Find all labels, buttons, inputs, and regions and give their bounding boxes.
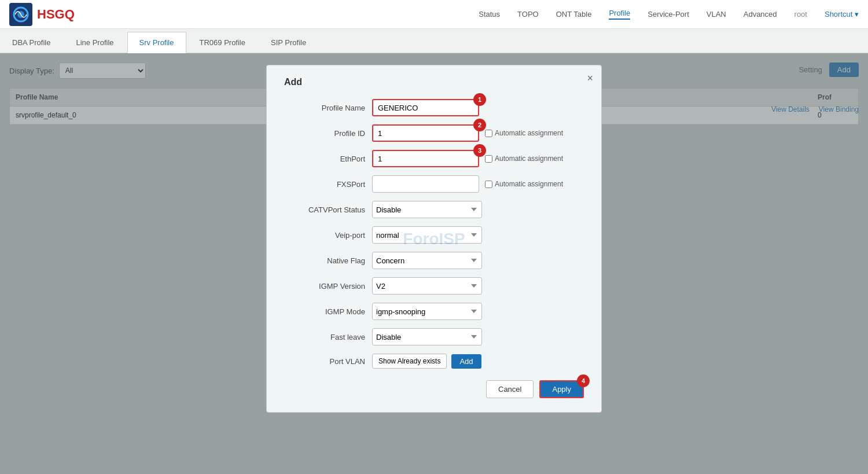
nav-root[interactable]: root — [795, 10, 807, 19]
ethport-checkbox[interactable] — [485, 155, 492, 163]
port-vlan-controls: Show Already exists Add — [372, 354, 481, 369]
fast-leave-select[interactable]: Disable Enable — [372, 328, 482, 346]
add-vlan-button[interactable]: Add — [451, 354, 481, 369]
veip-port-label: Veip-port — [284, 231, 365, 240]
step-badge-1: 1 — [473, 93, 486, 106]
ethport-row: EthPort 3 Automatic assignment — [284, 150, 584, 167]
ethport-input[interactable] — [372, 150, 479, 167]
fast-leave-row: Fast leave Disable Enable — [284, 328, 584, 346]
igmp-mode-select[interactable]: igmp-snooping igmp-proxy — [372, 303, 482, 320]
modal-actions: Cancel 4 Apply — [284, 380, 584, 398]
profile-id-label: Profile ID — [284, 129, 365, 138]
nav-topo[interactable]: TOPO — [517, 10, 539, 19]
profile-id-row: Profile ID 2 Automatic assignment — [284, 124, 584, 142]
tab-dba[interactable]: DBA Profile — [0, 32, 62, 53]
catvport-select[interactable]: Disable Enable — [372, 201, 482, 218]
cancel-button[interactable]: Cancel — [486, 380, 534, 398]
fxsport-row: FXSPort Automatic assignment — [284, 175, 584, 193]
nav-ont-table[interactable]: ONT Table — [556, 10, 592, 19]
igmp-version-select[interactable]: V2 V3 — [372, 277, 482, 295]
add-modal: Add × ForoISP Profile Name 1 Profile ID … — [266, 65, 602, 413]
tab-tr069[interactable]: TR069 Profile — [187, 32, 258, 53]
tab-srv[interactable]: Srv Profile — [127, 32, 186, 53]
port-vlan-label: Port VLAN — [284, 357, 365, 366]
profile-id-checkbox[interactable] — [485, 130, 492, 137]
profile-name-row: Profile Name 1 — [284, 99, 584, 116]
profile-id-auto-assign: Automatic assignment — [485, 129, 563, 137]
modal-close-button[interactable]: × — [587, 72, 593, 84]
fxsport-auto-assign: Automatic assignment — [485, 180, 563, 188]
native-flag-row: Native Flag Concern Other — [284, 252, 584, 269]
modal-overlay: Add × ForoISP Profile Name 1 Profile ID … — [0, 53, 868, 474]
veip-port-row: Veip-port normal other — [284, 226, 584, 244]
fxsport-label: FXSPort — [284, 180, 365, 189]
nav-status[interactable]: Status — [479, 10, 500, 19]
nav-links: Status TOPO ONT Table Profile Service-Po… — [98, 9, 859, 20]
logo-text: HSGQ — [37, 7, 75, 22]
fxsport-auto-label: Automatic assignment — [495, 180, 563, 188]
nav-vlan[interactable]: VLAN — [707, 10, 726, 19]
nav-service-port[interactable]: Service-Port — [648, 10, 689, 19]
igmp-mode-label: IGMP Mode — [284, 307, 365, 316]
tab-line[interactable]: Line Profile — [64, 32, 126, 53]
ethport-auto-assign: Automatic assignment — [485, 155, 563, 163]
native-flag-select[interactable]: Concern Other — [372, 252, 482, 269]
catvport-label: CATVPort Status — [284, 205, 365, 214]
step-badge-4: 4 — [577, 374, 590, 387]
profile-name-input[interactable] — [372, 99, 479, 116]
profile-id-auto-label: Automatic assignment — [495, 129, 563, 137]
igmp-mode-row: IGMP Mode igmp-snooping igmp-proxy — [284, 303, 584, 320]
veip-port-select[interactable]: normal other — [372, 226, 482, 244]
fxsport-checkbox[interactable] — [485, 181, 492, 188]
logo-icon — [9, 3, 32, 26]
catvport-row: CATVPort Status Disable Enable — [284, 201, 584, 218]
fxsport-input[interactable] — [372, 175, 479, 193]
show-already-button[interactable]: Show Already exists — [372, 354, 447, 369]
port-vlan-row: Port VLAN Show Already exists Add — [284, 354, 584, 369]
profile-id-input[interactable] — [372, 124, 479, 142]
ethport-auto-label: Automatic assignment — [495, 155, 563, 163]
igmp-version-row: IGMP Version V2 V3 — [284, 277, 584, 295]
tab-bar: DBA Profile Line Profile Srv Profile TR0… — [0, 29, 868, 53]
nav-shortcut[interactable]: Shortcut ▾ — [825, 10, 859, 19]
modal-title: Add — [284, 77, 584, 87]
main-content: Display Type: All Profile Name Prof srvp… — [0, 53, 868, 474]
igmp-version-label: IGMP Version — [284, 282, 365, 291]
step-badge-2: 2 — [473, 119, 486, 131]
logo: HSGQ — [9, 3, 75, 26]
profile-name-label: Profile Name — [284, 104, 365, 112]
tab-sip[interactable]: SIP Profile — [259, 32, 318, 53]
nav-profile[interactable]: Profile — [609, 9, 630, 20]
ethport-label: EthPort — [284, 155, 365, 163]
fast-leave-label: Fast leave — [284, 333, 365, 341]
top-navigation: HSGQ Status TOPO ONT Table Profile Servi… — [0, 0, 868, 29]
step-badge-3: 3 — [473, 144, 486, 157]
native-flag-label: Native Flag — [284, 256, 365, 265]
nav-advanced[interactable]: Advanced — [744, 10, 777, 19]
